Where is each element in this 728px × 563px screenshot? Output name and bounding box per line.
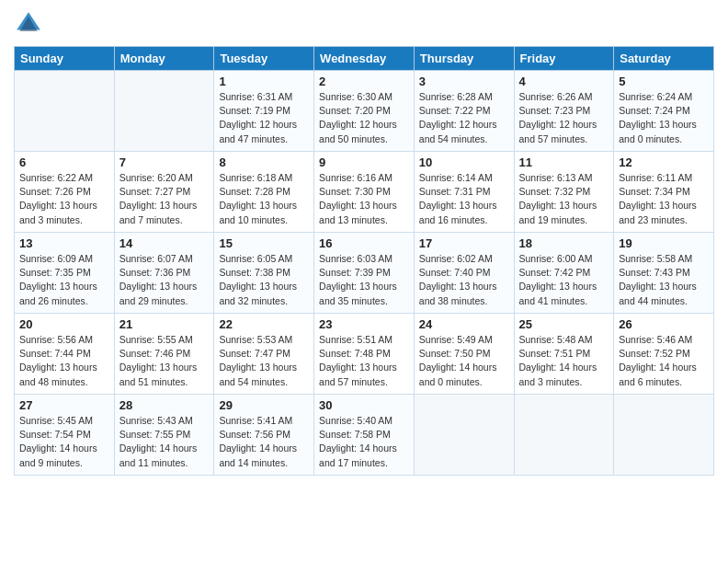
day-number: 13 [19, 236, 109, 250]
day-info: Sunrise: 5:45 AM Sunset: 7:54 PM Dayligh… [19, 414, 109, 470]
day-info: Sunrise: 6:02 AM Sunset: 7:40 PM Dayligh… [419, 252, 509, 308]
day-info: Sunrise: 6:31 AM Sunset: 7:19 PM Dayligh… [219, 90, 309, 146]
day-cell: 24Sunrise: 5:49 AM Sunset: 7:50 PM Dayli… [414, 314, 514, 395]
day-info: Sunrise: 6:05 AM Sunset: 7:38 PM Dayligh… [219, 252, 309, 308]
day-cell: 20Sunrise: 5:56 AM Sunset: 7:44 PM Dayli… [15, 314, 115, 395]
day-info: Sunrise: 6:22 AM Sunset: 7:26 PM Dayligh… [19, 171, 109, 227]
day-cell: 7Sunrise: 6:20 AM Sunset: 7:27 PM Daylig… [114, 152, 214, 233]
day-info: Sunrise: 6:00 AM Sunset: 7:42 PM Dayligh… [519, 252, 609, 308]
day-cell: 13Sunrise: 6:09 AM Sunset: 7:35 PM Dayli… [15, 233, 115, 314]
col-header-tuesday: Tuesday [214, 47, 314, 71]
week-row-3: 13Sunrise: 6:09 AM Sunset: 7:35 PM Dayli… [15, 233, 714, 314]
day-info: Sunrise: 6:14 AM Sunset: 7:31 PM Dayligh… [419, 171, 509, 227]
day-cell: 30Sunrise: 5:40 AM Sunset: 7:58 PM Dayli… [314, 395, 415, 476]
day-cell: 18Sunrise: 6:00 AM Sunset: 7:42 PM Dayli… [514, 233, 614, 314]
header [14, 9, 714, 39]
col-header-thursday: Thursday [414, 47, 514, 71]
day-cell: 25Sunrise: 5:48 AM Sunset: 7:51 PM Dayli… [514, 314, 614, 395]
col-header-friday: Friday [514, 47, 614, 71]
day-number: 6 [19, 155, 109, 169]
day-cell: 23Sunrise: 5:51 AM Sunset: 7:48 PM Dayli… [314, 314, 415, 395]
day-info: Sunrise: 5:53 AM Sunset: 7:47 PM Dayligh… [219, 333, 309, 389]
day-info: Sunrise: 5:58 AM Sunset: 7:43 PM Dayligh… [619, 252, 709, 308]
day-cell: 14Sunrise: 6:07 AM Sunset: 7:36 PM Dayli… [114, 233, 214, 314]
day-number: 24 [419, 317, 509, 331]
day-info: Sunrise: 6:18 AM Sunset: 7:28 PM Dayligh… [219, 171, 309, 227]
day-info: Sunrise: 6:16 AM Sunset: 7:30 PM Dayligh… [319, 171, 409, 227]
day-info: Sunrise: 6:13 AM Sunset: 7:32 PM Dayligh… [519, 171, 609, 227]
day-info: Sunrise: 5:51 AM Sunset: 7:48 PM Dayligh… [319, 333, 409, 389]
day-cell: 2Sunrise: 6:30 AM Sunset: 7:20 PM Daylig… [314, 71, 415, 152]
day-number: 11 [519, 155, 609, 169]
day-number: 19 [619, 236, 709, 250]
col-header-saturday: Saturday [614, 47, 714, 71]
day-cell: 22Sunrise: 5:53 AM Sunset: 7:47 PM Dayli… [214, 314, 314, 395]
day-cell: 12Sunrise: 6:11 AM Sunset: 7:34 PM Dayli… [614, 152, 714, 233]
day-info: Sunrise: 6:20 AM Sunset: 7:27 PM Dayligh… [119, 171, 210, 227]
day-info: Sunrise: 6:26 AM Sunset: 7:23 PM Dayligh… [519, 90, 609, 146]
day-cell: 11Sunrise: 6:13 AM Sunset: 7:32 PM Dayli… [514, 152, 614, 233]
day-info: Sunrise: 6:28 AM Sunset: 7:22 PM Dayligh… [419, 90, 509, 146]
day-cell [15, 71, 115, 152]
day-number: 20 [19, 317, 109, 331]
logo [14, 9, 47, 39]
day-cell: 8Sunrise: 6:18 AM Sunset: 7:28 PM Daylig… [214, 152, 314, 233]
day-cell [114, 71, 214, 152]
week-row-4: 20Sunrise: 5:56 AM Sunset: 7:44 PM Dayli… [15, 314, 714, 395]
day-info: Sunrise: 5:46 AM Sunset: 7:52 PM Dayligh… [619, 333, 709, 389]
day-info: Sunrise: 5:48 AM Sunset: 7:51 PM Dayligh… [519, 333, 609, 389]
day-cell: 27Sunrise: 5:45 AM Sunset: 7:54 PM Dayli… [15, 395, 115, 476]
day-info: Sunrise: 6:30 AM Sunset: 7:20 PM Dayligh… [319, 90, 409, 146]
day-cell: 26Sunrise: 5:46 AM Sunset: 7:52 PM Dayli… [614, 314, 714, 395]
day-number: 28 [119, 398, 210, 412]
day-number: 29 [219, 398, 309, 412]
day-cell: 17Sunrise: 6:02 AM Sunset: 7:40 PM Dayli… [414, 233, 514, 314]
week-row-5: 27Sunrise: 5:45 AM Sunset: 7:54 PM Dayli… [15, 395, 714, 476]
day-cell: 28Sunrise: 5:43 AM Sunset: 7:55 PM Dayli… [114, 395, 214, 476]
day-cell: 6Sunrise: 6:22 AM Sunset: 7:26 PM Daylig… [15, 152, 115, 233]
day-number: 21 [119, 317, 210, 331]
col-header-monday: Monday [114, 47, 214, 71]
day-number: 8 [219, 155, 309, 169]
day-info: Sunrise: 6:09 AM Sunset: 7:35 PM Dayligh… [19, 252, 109, 308]
day-info: Sunrise: 5:40 AM Sunset: 7:58 PM Dayligh… [319, 414, 409, 470]
week-row-2: 6Sunrise: 6:22 AM Sunset: 7:26 PM Daylig… [15, 152, 714, 233]
col-header-sunday: Sunday [15, 47, 115, 71]
day-cell: 16Sunrise: 6:03 AM Sunset: 7:39 PM Dayli… [314, 233, 415, 314]
day-cell: 10Sunrise: 6:14 AM Sunset: 7:31 PM Dayli… [414, 152, 514, 233]
day-number: 17 [419, 236, 509, 250]
day-cell: 19Sunrise: 5:58 AM Sunset: 7:43 PM Dayli… [614, 233, 714, 314]
day-info: Sunrise: 6:24 AM Sunset: 7:24 PM Dayligh… [619, 90, 709, 146]
calendar-table: SundayMondayTuesdayWednesdayThursdayFrid… [14, 46, 714, 476]
day-number: 18 [519, 236, 609, 250]
day-number: 15 [219, 236, 309, 250]
day-number: 1 [219, 75, 309, 88]
day-number: 5 [619, 75, 709, 88]
week-row-1: 1Sunrise: 6:31 AM Sunset: 7:19 PM Daylig… [15, 71, 714, 152]
day-number: 12 [619, 155, 709, 169]
day-number: 10 [419, 155, 509, 169]
day-cell: 15Sunrise: 6:05 AM Sunset: 7:38 PM Dayli… [214, 233, 314, 314]
day-cell: 5Sunrise: 6:24 AM Sunset: 7:24 PM Daylig… [614, 71, 714, 152]
day-info: Sunrise: 6:03 AM Sunset: 7:39 PM Dayligh… [319, 252, 409, 308]
day-number: 4 [519, 75, 609, 88]
day-info: Sunrise: 5:49 AM Sunset: 7:50 PM Dayligh… [419, 333, 509, 389]
day-info: Sunrise: 6:07 AM Sunset: 7:36 PM Dayligh… [119, 252, 210, 308]
col-header-wednesday: Wednesday [314, 47, 415, 71]
page-container: SundayMondayTuesdayWednesdayThursdayFrid… [0, 0, 728, 485]
day-number: 16 [319, 236, 409, 250]
day-info: Sunrise: 5:56 AM Sunset: 7:44 PM Dayligh… [19, 333, 109, 389]
day-cell: 29Sunrise: 5:41 AM Sunset: 7:56 PM Dayli… [214, 395, 314, 476]
logo-icon [14, 9, 43, 39]
day-number: 2 [319, 75, 409, 88]
day-cell: 1Sunrise: 6:31 AM Sunset: 7:19 PM Daylig… [214, 71, 314, 152]
day-number: 14 [119, 236, 210, 250]
day-number: 9 [319, 155, 409, 169]
day-info: Sunrise: 5:55 AM Sunset: 7:46 PM Dayligh… [119, 333, 210, 389]
day-number: 25 [519, 317, 609, 331]
day-number: 23 [319, 317, 409, 331]
day-info: Sunrise: 6:11 AM Sunset: 7:34 PM Dayligh… [619, 171, 709, 227]
day-number: 7 [119, 155, 210, 169]
day-cell: 9Sunrise: 6:16 AM Sunset: 7:30 PM Daylig… [314, 152, 415, 233]
day-cell: 4Sunrise: 6:26 AM Sunset: 7:23 PM Daylig… [514, 71, 614, 152]
